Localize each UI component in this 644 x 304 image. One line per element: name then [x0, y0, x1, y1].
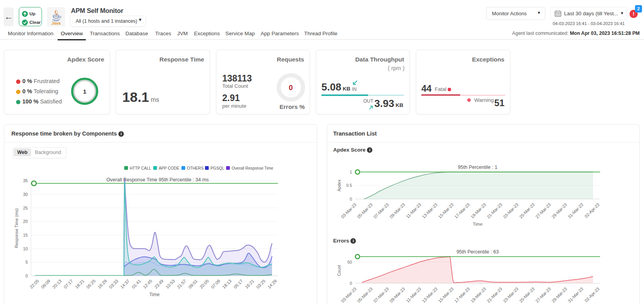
svg-text:0: 0 — [350, 281, 352, 286]
svg-text:05:25: 05:25 — [85, 279, 96, 290]
svg-text:95th Percentile : 63: 95th Percentile : 63 — [457, 249, 499, 255]
svg-text:11-Mar-23: 11-Mar-23 — [405, 202, 422, 219]
svg-text:Time: Time — [149, 292, 160, 297]
svg-text:10: 10 — [23, 246, 28, 251]
svg-text:02-Apr-23: 02-Apr-23 — [584, 202, 600, 219]
svg-text:19-Mar-23: 19-Mar-23 — [470, 202, 487, 219]
svg-text:Time: Time — [473, 222, 483, 226]
svg-text:07:17: 07:17 — [63, 279, 74, 290]
svg-text:25-Mar-23: 25-Mar-23 — [518, 202, 535, 219]
svg-text:09:01: 09:01 — [187, 279, 198, 290]
svg-text:22:05: 22:05 — [29, 279, 40, 290]
svg-text:25-Mar-23: 25-Mar-23 — [518, 286, 535, 304]
svg-text:13-Mar-23: 13-Mar-23 — [421, 286, 438, 304]
svg-text:HTTP CALL: HTTP CALL — [130, 166, 151, 170]
svg-text:15: 15 — [23, 233, 28, 237]
svg-text:01:41: 01:41 — [131, 279, 142, 290]
svg-text:23:49: 23:49 — [153, 279, 164, 290]
svg-text:03:33: 03:33 — [108, 279, 119, 290]
svg-text:31-Mar-23: 31-Mar-23 — [567, 202, 584, 219]
svg-text:5: 5 — [25, 260, 28, 264]
svg-text:17-Mar-23: 17-Mar-23 — [454, 286, 471, 304]
svg-text:31-Mar-23: 31-Mar-23 — [567, 286, 584, 304]
svg-text:27-Mar-23: 27-Mar-23 — [535, 202, 552, 219]
svg-text:OTHERS: OTHERS — [187, 166, 204, 170]
svg-text:Java: Java — [51, 21, 61, 25]
svg-text:15-Mar-23: 15-Mar-23 — [437, 202, 455, 219]
svg-text:05-Mar-23: 05-Mar-23 — [356, 286, 374, 304]
svg-text:23-Mar-23: 23-Mar-23 — [502, 286, 519, 304]
svg-text:Apdex: Apdex — [337, 179, 341, 192]
svg-text:14:37: 14:37 — [120, 279, 131, 290]
svg-text:16:21: 16:21 — [244, 279, 255, 290]
svg-text:19-Mar-23: 19-Mar-23 — [470, 286, 487, 304]
svg-text:20: 20 — [23, 219, 28, 224]
svg-text:29-Mar-23: 29-Mar-23 — [551, 202, 568, 219]
svg-text:35: 35 — [23, 178, 28, 183]
svg-text:03-Mar-23: 03-Mar-23 — [340, 202, 357, 219]
svg-text:17-Mar-23: 17-Mar-23 — [454, 202, 471, 219]
svg-text:PGSQL: PGSQL — [210, 166, 224, 170]
svg-text:09-Mar-23: 09-Mar-23 — [389, 202, 406, 219]
svg-text:0: 0 — [25, 273, 28, 278]
svg-text:1: 1 — [350, 170, 352, 174]
svg-text:0.5: 0.5 — [346, 183, 352, 188]
svg-text:Response Time (ms): Response Time (ms) — [14, 208, 19, 248]
svg-text:27-Mar-23: 27-Mar-23 — [535, 286, 552, 304]
svg-text:1: 1 — [83, 88, 87, 95]
svg-text:18:13: 18:13 — [221, 279, 232, 290]
svg-text:05-Mar-23: 05-Mar-23 — [356, 202, 374, 219]
svg-text:10:53: 10:53 — [165, 279, 176, 290]
svg-text:07-Mar-23: 07-Mar-23 — [372, 286, 390, 304]
svg-text:Overall Response Time: Overall Response Time — [232, 166, 273, 170]
svg-text:13-Mar-23: 13-Mar-23 — [421, 202, 438, 219]
svg-text:21-Mar-23: 21-Mar-23 — [486, 286, 503, 304]
svg-text:25: 25 — [23, 206, 28, 210]
svg-text:03:25: 03:25 — [255, 279, 266, 290]
svg-text:18:21: 18:21 — [74, 279, 85, 290]
svg-text:0: 0 — [289, 83, 293, 92]
svg-text:11-Mar-23: 11-Mar-23 — [405, 286, 422, 303]
svg-text:12:45: 12:45 — [142, 279, 153, 290]
svg-text:APP CODE: APP CODE — [159, 166, 180, 170]
svg-text:09:09: 09:09 — [40, 279, 51, 290]
svg-text:07:09: 07:09 — [210, 279, 221, 290]
svg-text:Overall Response Time 95th Per: Overall Response Time 95th Percentile : … — [106, 177, 209, 183]
svg-text:50: 50 — [347, 260, 352, 264]
svg-text:29-Mar-23: 29-Mar-23 — [551, 286, 568, 304]
svg-text:20:13: 20:13 — [51, 279, 62, 290]
svg-text:95th Percentile : 1: 95th Percentile : 1 — [458, 165, 497, 170]
svg-text:0: 0 — [350, 197, 352, 201]
svg-text:Count: Count — [337, 265, 341, 276]
svg-text:14:29: 14:29 — [267, 279, 278, 290]
svg-text:21-Mar-23: 21-Mar-23 — [486, 202, 503, 219]
svg-text:03-Mar-23: 03-Mar-23 — [340, 286, 357, 304]
svg-text:07-Mar-23: 07-Mar-23 — [372, 202, 390, 219]
svg-text:23-Mar-23: 23-Mar-23 — [502, 202, 519, 219]
svg-text:20:05: 20:05 — [199, 279, 210, 290]
svg-text:30: 30 — [23, 192, 28, 197]
svg-text:16:29: 16:29 — [97, 279, 108, 290]
svg-text:15-Mar-23: 15-Mar-23 — [437, 286, 455, 304]
svg-text:05:17: 05:17 — [233, 279, 244, 290]
svg-text:02-Apr-23: 02-Apr-23 — [584, 286, 600, 303]
svg-text:21:57: 21:57 — [176, 279, 187, 290]
svg-text:09-Mar-23: 09-Mar-23 — [389, 286, 406, 304]
